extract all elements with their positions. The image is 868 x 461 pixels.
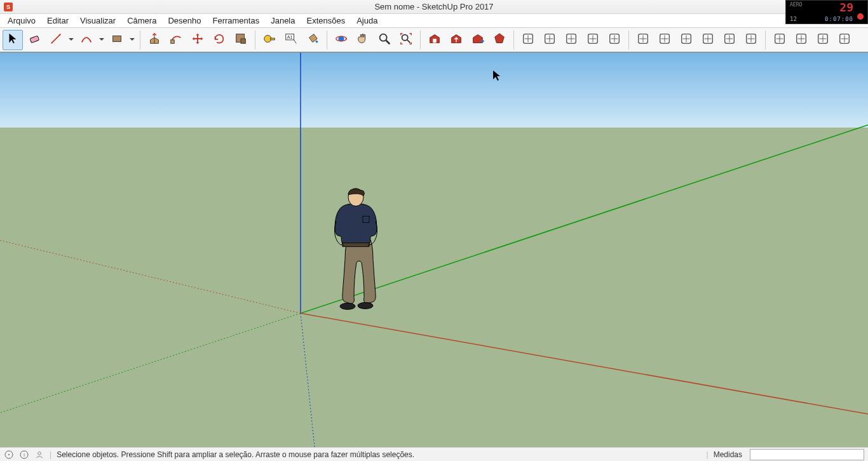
divider: |	[707, 450, 709, 459]
screen-recorder-overlay: AERO 29 12 0:07:00	[785, 0, 868, 24]
sandbox-drape-tool-icon	[607, 32, 621, 48]
svg-text:A1: A1	[287, 34, 293, 40]
scene-canvas	[0, 53, 868, 447]
svg-point-16	[402, 35, 408, 41]
solid-subtract-tool[interactable]	[698, 30, 718, 50]
zoom-tool-icon	[377, 32, 391, 48]
solid-intersect-tool-icon	[658, 32, 672, 48]
toolbar-separator	[420, 30, 421, 50]
solid-trim-tool[interactable]	[719, 30, 740, 50]
orbit-tool-icon	[334, 32, 348, 48]
viewport[interactable]	[0, 52, 868, 447]
solid-intersect-tool[interactable]	[654, 30, 675, 50]
paint-bucket-tool[interactable]	[302, 30, 323, 50]
style-backedges-tool[interactable]	[791, 30, 811, 50]
sandbox-smoove-tool[interactable]	[561, 30, 581, 50]
svg-rect-3	[171, 40, 175, 44]
warehouse-get-tool[interactable]	[424, 30, 445, 50]
rectangle-tool-icon	[110, 32, 124, 48]
divider: |	[50, 450, 51, 459]
svg-rect-2	[113, 36, 121, 41]
status-hint: Selecione objetos. Pressione Shift para …	[57, 450, 414, 459]
eraser-tool-icon	[27, 32, 41, 48]
scale-tool[interactable]	[231, 30, 251, 50]
sandbox-drape-tool[interactable]	[604, 30, 625, 50]
sandbox-contours-tool[interactable]	[518, 30, 538, 50]
svg-rect-18	[433, 39, 437, 43]
style-wire-tool[interactable]	[813, 30, 833, 50]
eraser-tool[interactable]	[24, 30, 44, 50]
solid-split-tool[interactable]	[741, 30, 761, 50]
toolbar-separator	[327, 30, 327, 50]
solid-union-tool[interactable]	[676, 30, 696, 50]
toolbar-separator	[765, 30, 766, 50]
sandbox-scratch-tool-icon	[543, 32, 557, 48]
select-tool[interactable]	[3, 30, 23, 50]
ruby-console-tool[interactable]	[489, 30, 510, 50]
toolbar: A1	[0, 28, 868, 52]
arc-tool-icon	[79, 32, 93, 48]
menu-extensoes[interactable]: Extensões	[301, 15, 350, 27]
warehouse-share-tool[interactable]	[446, 30, 466, 50]
measurements-label: Medidas	[714, 450, 742, 459]
paint-bucket-tool-icon	[306, 32, 320, 48]
line-tool[interactable]	[46, 30, 66, 50]
menu-visualizar[interactable]: Visualizar	[75, 15, 121, 27]
solid-split-tool-icon	[744, 32, 758, 48]
arc-tool[interactable]	[76, 30, 97, 50]
style-hidden-tool[interactable]	[834, 30, 855, 50]
rectangle-tool-dropdown[interactable]	[128, 30, 136, 50]
tape-measure-tool[interactable]	[259, 30, 280, 50]
extension-warehouse-tool[interactable]	[468, 30, 488, 50]
menu-ajuda[interactable]: Ajuda	[351, 15, 383, 27]
orbit-tool[interactable]	[331, 30, 351, 50]
tape-measure-tool-icon	[262, 32, 276, 48]
user-icon[interactable]	[34, 450, 44, 460]
menu-desenho[interactable]: Desenho	[163, 15, 206, 27]
style-xray-tool[interactable]	[770, 30, 790, 50]
solid-outer-shell-tool[interactable]	[633, 30, 653, 50]
rectangle-tool[interactable]	[107, 30, 127, 50]
help-icon[interactable]: i	[19, 450, 29, 460]
arc-tool-dropdown[interactable]	[98, 30, 105, 50]
ruby-console-tool-icon	[492, 32, 506, 48]
app-icon: S	[4, 3, 13, 11]
overlay-mode: 12	[790, 16, 797, 22]
window-title: Sem nome - SketchUp Pro 2017	[0, 2, 868, 11]
toolbar-separator	[255, 30, 255, 50]
text-label-tool[interactable]: A1	[281, 30, 301, 50]
svg-rect-67	[342, 243, 369, 247]
rotate-tool[interactable]	[209, 30, 229, 50]
svg-point-64	[340, 303, 355, 309]
sandbox-stamp-tool[interactable]	[583, 30, 603, 50]
zoom-tool[interactable]	[374, 30, 395, 50]
measurements-input[interactable]	[750, 449, 864, 460]
menu-ferramentas[interactable]: Ferramentas	[207, 15, 264, 27]
pan-tool-icon	[356, 32, 370, 48]
overlay-big-number: 29	[839, 1, 853, 14]
statusbar: i | Selecione objetos. Pressione Shift p…	[0, 447, 868, 461]
pushpull-tool[interactable]	[144, 30, 165, 50]
menu-camera[interactable]: Câmera	[122, 15, 161, 27]
line-tool-dropdown[interactable]	[67, 30, 75, 50]
svg-point-14	[380, 34, 387, 41]
line-tool-icon	[49, 32, 63, 48]
titlebar: S Sem nome - SketchUp Pro 2017 AERO 29 1…	[0, 0, 868, 14]
menu-editar[interactable]: Editar	[42, 15, 74, 27]
svg-rect-0	[30, 36, 39, 43]
move-tool-icon	[191, 32, 205, 48]
svg-rect-7	[271, 38, 275, 40]
pan-tool[interactable]	[353, 30, 373, 50]
pushpull-tool-icon	[147, 32, 161, 48]
menu-janela[interactable]: Janela	[266, 15, 300, 27]
sandbox-scratch-tool[interactable]	[539, 30, 560, 50]
solid-union-tool-icon	[679, 32, 693, 48]
menu-arquivo[interactable]: Arquivo	[3, 15, 41, 27]
zoom-extents-tool[interactable]	[396, 30, 416, 50]
svg-text:i: i	[24, 451, 25, 457]
move-tool[interactable]	[187, 30, 208, 50]
info-icon[interactable]	[4, 450, 14, 460]
sandbox-stamp-tool-icon	[586, 32, 600, 48]
followme-tool-icon	[169, 32, 183, 48]
followme-tool[interactable]	[166, 30, 186, 50]
